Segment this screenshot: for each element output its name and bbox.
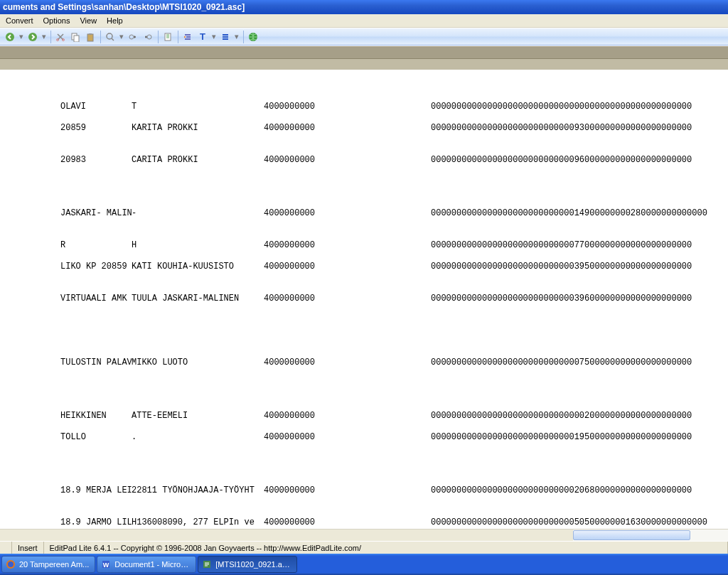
text-line (0, 496, 728, 507)
cell-c3: 4000000000 (264, 240, 431, 251)
cell-c4: 0000000000000000000000000000075000000000… (431, 358, 692, 368)
text-line (0, 368, 728, 379)
copy-icon[interactable] (68, 30, 82, 44)
text-line (0, 453, 728, 464)
text-line (0, 389, 728, 400)
text-line (0, 283, 728, 294)
svg-point-8 (107, 33, 112, 39)
cut-icon[interactable] (53, 30, 68, 44)
back-dropdown-icon[interactable]: ▾ (18, 30, 25, 44)
text-line (0, 176, 728, 187)
text-line (0, 187, 728, 198)
cell-c2: H (132, 240, 264, 251)
menu-convert[interactable]: Convert (1, 16, 39, 26)
paragraph-icon[interactable] (218, 30, 232, 44)
tab-bar (0, 45, 728, 59)
cell-c3: 4000000000 (264, 432, 431, 443)
text-dropdown-icon[interactable]: ▾ (210, 30, 218, 44)
svg-rect-6 (87, 34, 93, 41)
text-line: OLAVIT4000000000000000000000000000000000… (0, 102, 728, 112)
scrollbar-thumb[interactable] (573, 530, 690, 540)
web-icon[interactable] (246, 30, 260, 44)
search-dropdown-icon[interactable]: ▾ (118, 30, 125, 44)
taskbar-item-1[interactable]: 20 Tampereen Am... (1, 556, 95, 573)
text-line: HEIKKINENATTE-EEMELI40000000000000000000… (0, 411, 728, 421)
text-line (0, 347, 728, 358)
text-line (0, 336, 728, 347)
bookmark-icon[interactable] (161, 30, 175, 44)
taskbar-label: [MTSI1020_0921.asc... (215, 560, 291, 569)
menu-options[interactable]: Options (39, 16, 76, 26)
cell-c3: 4000000000 (264, 102, 431, 112)
cell-c3: 4000000000 (264, 517, 431, 528)
cell-c3: 4000000000 (264, 155, 431, 166)
paragraph-dropdown-icon[interactable]: ▾ (233, 30, 240, 44)
cell-c2: - (132, 208, 264, 219)
cell-c1: VIRTUAALI AMK ESR-HANKES (0, 294, 132, 304)
forward-icon[interactable] (26, 30, 40, 44)
text-line (0, 464, 728, 475)
cell-c1: 18.9 MERJA LEINONEN (0, 485, 132, 496)
cell-c4: 0000000000000000000000000000195000000000… (431, 432, 692, 443)
find-prev-icon[interactable] (126, 30, 140, 44)
cell-c2: 22811 TYÖNOHJAAJA-TYÖYHT (132, 485, 264, 496)
taskbar-item-2[interactable]: W Document1 - Microsof... (97, 556, 196, 573)
text-line (0, 272, 728, 283)
back-icon[interactable] (3, 30, 17, 44)
menu-view[interactable]: View (75, 16, 102, 26)
cell-c2: H136008090, 277 ELPIn ve (132, 517, 264, 528)
text-line (0, 379, 728, 389)
taskbar-item-3[interactable]: [MTSI1020_0921.asc... (198, 556, 297, 573)
cell-c4: 0000000000000000000000000000000000000000… (431, 102, 692, 112)
indent-icon[interactable] (181, 30, 195, 44)
status-info: EditPad Lite 6.4.1 -- Copyright © 1996-2… (44, 542, 728, 554)
cell-c3: 4000000000 (264, 262, 431, 272)
text-line: 20983CARITA PROKKI4000000000000000000000… (0, 155, 728, 166)
cell-c2: TUULA JASKARI-MALINEN (132, 294, 264, 304)
text-line: 20859KARITA PROKKI4000000000000000000000… (0, 123, 728, 134)
cell-c4: 0000000000000000000000000000505000000016… (431, 517, 707, 528)
text-line (0, 251, 728, 262)
scrollbar-track[interactable] (573, 530, 728, 541)
cell-c1: R (0, 240, 132, 251)
text-line (0, 80, 728, 91)
text-line (0, 112, 728, 123)
text-line: TOLLO.4000000000000000000000000000000000… (0, 432, 728, 443)
cell-c3: 4000000000 (264, 358, 431, 368)
menu-help[interactable]: Help (102, 16, 129, 26)
paste-icon[interactable] (83, 30, 97, 44)
text-line (0, 166, 728, 176)
highlighted-row[interactable]: MANNI EEVAERASMUS40000000000000000000000… (0, 59, 728, 70)
text-line (0, 443, 728, 453)
text-tool-icon[interactable]: T (196, 30, 210, 44)
text-line: 18.9 JARMO LILJA, HEINOH136008090, 277 E… (0, 517, 728, 528)
toolbar: ▾ ▾ ▾ T ▾ ▾ (0, 28, 728, 45)
search-icon[interactable] (103, 30, 117, 44)
cell-c4: 0000000000000000000000000000149000000002… (431, 208, 707, 219)
cell-c4: 0000000000000000000000000000770000000000… (431, 240, 692, 251)
word-icon: W (100, 559, 112, 570)
text-line: 18.9 MERJA LEINONEN22811 TYÖNOHJAAJA-TYÖ… (0, 485, 728, 496)
cell-c3: 4000000000 (264, 294, 431, 304)
text-editor-area[interactable]: OLAVIT4000000000000000000000000000000000… (0, 70, 728, 529)
cell-c4: 0000000000000000000000000000960000000000… (431, 155, 692, 166)
cell-c1: TOLLO (0, 432, 132, 443)
taskbar-label: Document1 - Microsof... (114, 560, 190, 569)
window-title: cuments and Settings\sanhan\Desktop\MTSI… (3, 2, 245, 12)
cell-c1: HEIKKINEN (0, 411, 132, 421)
text-line (0, 475, 728, 485)
cell-c1: 20983 (0, 155, 132, 166)
text-line (0, 91, 728, 102)
find-next-icon[interactable] (141, 30, 155, 44)
horizontal-scrollbar[interactable] (0, 529, 728, 541)
cell-c2: KATI KOUHIA-KUUSISTO (132, 262, 264, 272)
text-line (0, 421, 728, 432)
window-titlebar: cuments and Settings\sanhan\Desktop\MTSI… (0, 0, 728, 14)
text-line: LIKO KP 20859KATI KOUHIA-KUUSISTO4000000… (0, 262, 728, 272)
forward-dropdown-icon[interactable]: ▾ (41, 30, 48, 44)
text-line (0, 219, 728, 230)
svg-point-14 (8, 561, 14, 567)
text-line (0, 400, 728, 411)
cell-c1: JASKARI- MALINEN (0, 208, 132, 219)
firefox-icon (5, 559, 16, 570)
